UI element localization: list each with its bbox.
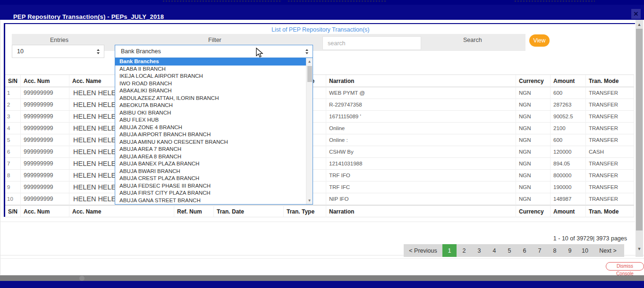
page-button[interactable]: 10 [577,244,593,257]
cell-amount: 800000 [551,170,586,181]
table-header-row: S/N Acc. Num Acc. Name Ref. Num Tran. Da… [5,75,634,87]
page-button[interactable]: 3 [472,244,487,257]
cell-tran-mode: TRANSFER [586,111,634,123]
cell-acc-num: 999999999 [21,146,69,158]
table-row: 4 999999999 HELEN HELEN Online NGN 2100 … [5,123,634,134]
dropdown-scrollbar-thumb[interactable] [307,66,312,82]
page-button[interactable]: 2 [457,244,472,257]
cell-amount: 148987 [551,193,586,205]
dismiss-console-button[interactable]: Dismiss Console [606,262,644,271]
table-row: 9 999999999 HELEN HELEN TRF IFC NGN 1900… [5,181,634,193]
page-scrollbar[interactable]: ▲ ▼ [636,20,643,257]
dropdown-option[interactable]: Bank Branches [115,58,306,66]
table-row: 5 999999999 HELEN HELEN Online : NGN 600… [5,134,634,146]
page-button[interactable]: 4 [487,244,502,257]
column-header: S/N [5,205,21,217]
cell-amount: 120000 [551,146,586,158]
cell-acc-num: 999999999 [21,158,69,170]
dropdown-option[interactable]: ABIBU OKI BRANCH [115,109,306,117]
cell-tran-mode: TRANSFER [586,123,634,134]
table-row: 3 999999999 HELEN HELEN 1671115089 ' NGN… [5,111,634,123]
dropdown-option[interactable]: ABUJA AIRPORT BRANCH BRANCH [115,131,306,139]
next-page-button[interactable]: Next > [593,244,623,257]
browser-tabs-remnant [288,0,387,2]
dropdown-option[interactable]: ABUJA BANEX PLAZA BRANCH [115,160,306,168]
table-row: 7 999999999 HELEN HELEN 12141031988 NGN … [5,158,634,170]
cell-acc-num: 999999999 [21,193,69,205]
cell-tran-mode: TRANSFER [586,193,634,205]
browser-tabs-remnant [515,0,595,2]
page-button[interactable]: 1 [442,244,457,257]
pagination-pages: 1 2 3 4 5 6 7 8 9 10 [442,244,593,257]
cell-narration: 12141031988 [326,158,516,170]
taskbar-strip [0,275,644,281]
dropdown-option[interactable]: ABUJA AMINU KANO CRESCENT BRANCH [115,139,306,146]
entries-select[interactable]: 10 [12,45,104,58]
column-header: Narration [326,75,516,87]
column-header: Acc. Num [21,75,69,87]
dropdown-option[interactable]: ABUJA FEDSEC PHASE III BRANCH [115,182,306,190]
table-row: 2 999999999 HELEN HELEN R-229747358 NGN … [5,99,634,111]
browser-tabs-remnant [163,0,281,2]
column-header: Narration [326,205,516,217]
dropdown-scrollbar[interactable]: ▲ ▼ [306,58,313,204]
cell-tran-mode: CASH [586,146,634,158]
dropdown-option[interactable]: IKEJA LOCAL AIRPORT BRANCH [115,73,306,80]
cell-currency: NGN [516,170,551,181]
cell-sn: 6 [5,146,21,158]
cell-narration: TRF IFC [326,181,516,193]
scroll-down-icon[interactable]: ▼ [636,245,643,253]
dropdown-option[interactable]: ABUJA AREA 8 BRANCH [115,153,306,161]
page-button[interactable]: 5 [502,244,517,257]
section-divider [0,222,635,222]
column-header: Tran. Mode [586,205,634,217]
page-scrollbar-thumb[interactable] [636,29,643,230]
search-input[interactable] [322,36,421,50]
page-button[interactable]: 8 [547,244,562,257]
cell-narration: CSHW By [326,146,516,158]
close-icon[interactable]: ✕ [631,9,641,19]
table-row: 6 999999999 HELEN HELEN CSHW By NGN 1200… [5,146,634,158]
cell-currency: NGN [516,87,551,99]
dropdown-option[interactable]: ABUJA CREST PLAZA BRANCH [115,175,306,182]
cell-narration: Online [326,123,516,134]
cell-acc-num: 999999999 [21,87,69,99]
dropdown-option[interactable]: ABAKALIKI BRANCH [115,87,306,95]
dropdown-option[interactable]: ABUJA BWARI BRANCH [115,168,306,175]
dropdown-option[interactable]: ABUJA ZONE 4 BRANCH [115,124,306,132]
dropdown-option[interactable]: ABDULAZEEZ ATTAH, ILORIN BRANCH [115,95,306,102]
pagination-bar: < Previous 1 2 3 4 5 6 7 8 9 10 Next > [404,244,624,257]
taskbar-icon [79,276,85,281]
cell-amount: 2100 [551,123,586,134]
page-button[interactable]: 7 [532,244,547,257]
cell-acc-num: 999999999 [21,123,69,134]
page-button[interactable]: 6 [517,244,532,257]
cell-currency: NGN [516,193,551,205]
dropdown-option[interactable]: ABEOKUTA BRANCH [115,102,306,109]
cell-sn: 8 [5,170,21,181]
dropdown-option[interactable]: ABUJA AREA 7 BRANCH [115,146,306,153]
dropdown-option[interactable]: IWO ROAD BRANCH [115,80,306,88]
scroll-up-icon[interactable]: ▲ [636,21,643,28]
cell-narration: Online : [326,134,516,146]
select-arrows-icon [97,49,100,54]
scroll-up-icon[interactable]: ▲ [306,58,313,65]
previous-page-button[interactable]: < Previous [404,244,442,257]
view-button[interactable]: View [529,34,550,47]
cell-narration: R-229747358 [326,99,516,111]
cell-sn: 7 [5,158,21,170]
list-heading-link[interactable]: List of PEP Repository Transaction(s) [271,26,370,33]
dropdown-option[interactable]: ABUJA FIRST CITY PLAZA BRANCH [115,189,306,197]
entries-label: Entries [50,37,68,43]
dropdown-option[interactable]: ABU FLEX HUB [115,116,306,124]
dropdown-option[interactable]: ALABA II BRANCH [115,66,306,73]
filter-select[interactable]: Bank Branches [115,45,313,58]
cell-narration: NIP IFO [326,193,516,205]
cell-sn: 1 [5,87,21,99]
cell-sn: 2 [5,99,21,111]
column-header: S/N [5,75,21,87]
dropdown-option[interactable]: ABUJA GANA STREET BRANCH [115,197,306,205]
page-button[interactable]: 9 [562,244,577,257]
column-header: Acc. Name [69,205,174,217]
scroll-down-icon[interactable]: ▼ [306,197,313,204]
